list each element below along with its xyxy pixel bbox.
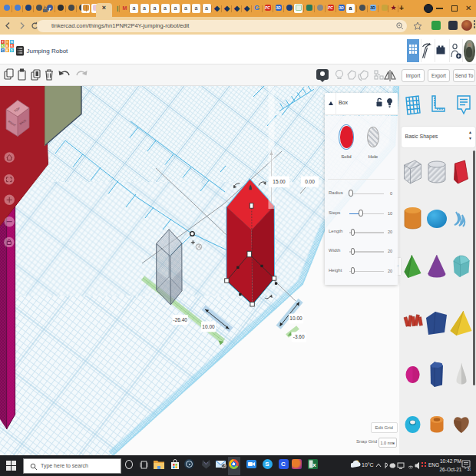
svg-text:-3.60: -3.60 bbox=[293, 334, 305, 339]
svg-text:15.00: 15.00 bbox=[273, 179, 286, 184]
svg-text:10.00: 10.00 bbox=[289, 316, 302, 321]
svg-text:x: x bbox=[312, 461, 316, 468]
svg-text:0.00: 0.00 bbox=[305, 179, 315, 184]
svg-text:10.00: 10.00 bbox=[202, 324, 215, 329]
svg-text:-26.40: -26.40 bbox=[173, 317, 187, 322]
svg-text:18: 18 bbox=[222, 464, 226, 468]
svg-text:31: 31 bbox=[468, 467, 471, 471]
